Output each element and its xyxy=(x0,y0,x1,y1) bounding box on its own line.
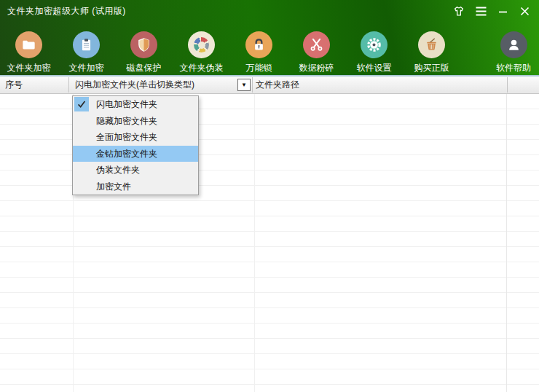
toolbar-label: 文件夹伪装 xyxy=(180,62,224,74)
toolbar-data-shred-button[interactable]: 数据粉碎 xyxy=(288,22,345,75)
toolbar-label: 万能锁 xyxy=(246,62,272,74)
toolbar-label: 软件设置 xyxy=(357,62,392,74)
skin-shirt-icon[interactable] xyxy=(452,4,465,17)
toolbar-label: 购买正版 xyxy=(414,62,449,74)
header-divider xyxy=(507,77,508,93)
menu-item-full-encrypt[interactable]: 全面加密文件夹 xyxy=(73,129,198,146)
menu-item-label: 闪电加密文件夹 xyxy=(96,99,157,109)
check-icon xyxy=(74,97,89,111)
table-row xyxy=(0,385,539,392)
menu-item-diamond-encrypt[interactable]: 金钻加密文件夹 xyxy=(73,146,198,162)
column-header-type[interactable]: 闪电加密文件夹(单击切换类型) xyxy=(75,77,194,93)
toolbar-folder-disguise-button[interactable]: 文件夹伪装 xyxy=(173,22,230,75)
table-row xyxy=(0,354,539,369)
toolbar-label: 软件帮助 xyxy=(496,62,531,74)
encryption-type-menu: 闪电加密文件夹 隐藏加密文件夹 全面加密文件夹 金钻加密文件夹 伪装文件夹 加密… xyxy=(72,95,199,195)
menu-item-label: 金钻加密文件夹 xyxy=(96,149,157,159)
column-header-index[interactable]: 序号 xyxy=(5,77,23,93)
person-icon xyxy=(500,31,527,58)
main-menu-icon[interactable] xyxy=(474,4,487,17)
toolbar: 文件夹加密 文件加密 磁盘保护 xyxy=(0,22,539,75)
column-header-path[interactable]: 文件夹路径 xyxy=(256,77,299,93)
gear-icon xyxy=(361,31,387,58)
scissors-icon xyxy=(303,31,330,58)
file-icon xyxy=(73,31,100,58)
table-row xyxy=(0,324,539,339)
menu-item-disguise-folder[interactable]: 伪装文件夹 xyxy=(73,162,198,179)
table-row xyxy=(0,201,539,216)
window-chrome: 文件夹加密超级大师 (试用版) xyxy=(0,0,539,75)
folder-icon xyxy=(15,31,42,58)
table-row xyxy=(0,247,539,262)
header-divider xyxy=(252,77,253,93)
minimize-icon[interactable] xyxy=(496,4,509,17)
basket-icon xyxy=(418,31,445,58)
toolbar-label: 文件夹加密 xyxy=(7,62,51,74)
menu-item-hide-encrypt[interactable]: 隐藏加密文件夹 xyxy=(73,113,198,130)
toolbar-help-button[interactable]: 软件帮助 xyxy=(488,22,539,75)
table-row xyxy=(0,232,539,247)
window-title: 文件夹加密超级大师 (试用版) xyxy=(7,5,126,17)
table-row xyxy=(0,262,539,278)
toolbar-disk-protect-button[interactable]: 磁盘保护 xyxy=(115,22,173,75)
disguise-icon xyxy=(188,31,215,58)
toolbar-buy-button[interactable]: 购买正版 xyxy=(403,22,460,75)
close-icon[interactable] xyxy=(518,4,531,17)
table-row xyxy=(0,216,539,232)
toolbar-universal-lock-button[interactable]: 万能锁 xyxy=(230,22,288,75)
toolbar-label: 磁盘保护 xyxy=(127,62,162,74)
toolbar-label: 数据粉碎 xyxy=(299,62,334,74)
grid-vline xyxy=(506,94,507,392)
toolbar-settings-button[interactable]: 软件设置 xyxy=(345,22,403,75)
table-row xyxy=(0,339,539,354)
menu-item-label: 加密文件 xyxy=(96,181,131,192)
lock-icon xyxy=(245,31,272,58)
toolbar-folder-encrypt-button[interactable]: 文件夹加密 xyxy=(0,22,58,75)
grid-vline xyxy=(254,94,255,392)
menu-item-label: 全面加密文件夹 xyxy=(96,132,157,142)
toolbar-file-encrypt-button[interactable]: 文件加密 xyxy=(58,22,115,75)
menu-item-label: 伪装文件夹 xyxy=(96,165,140,175)
header-divider xyxy=(68,77,69,93)
type-dropdown-button[interactable]: ▼ xyxy=(237,79,251,91)
table-row xyxy=(0,278,539,293)
titlebar: 文件夹加密超级大师 (试用版) xyxy=(0,0,539,22)
chevron-down-icon: ▼ xyxy=(241,82,247,88)
table-row xyxy=(0,293,539,308)
window-controls xyxy=(452,4,531,17)
list-header: 序号 闪电加密文件夹(单击切换类型) 文件夹路径 ▼ xyxy=(0,77,539,94)
toolbar-label: 文件加密 xyxy=(69,62,104,74)
table-row xyxy=(0,369,539,385)
menu-item-label: 隐藏加密文件夹 xyxy=(96,116,157,126)
menu-item-flash-encrypt[interactable]: 闪电加密文件夹 xyxy=(73,96,198,113)
shield-icon xyxy=(130,31,157,58)
table-row xyxy=(0,308,539,324)
menu-item-encrypt-file[interactable]: 加密文件 xyxy=(73,179,198,195)
